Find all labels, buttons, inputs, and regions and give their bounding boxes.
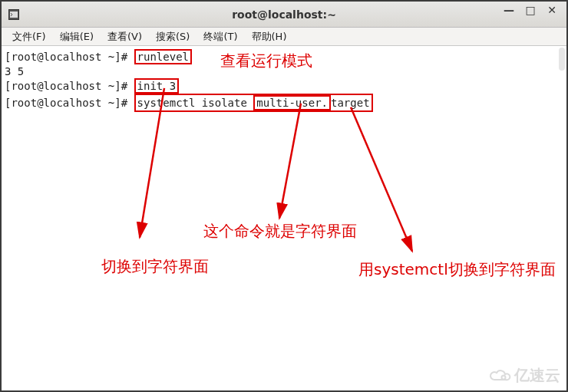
svg-line-4 — [351, 107, 412, 252]
close-button[interactable]: ✕ — [547, 5, 557, 15]
menu-terminal[interactable]: 终端(T) — [197, 28, 243, 45]
terminal-area[interactable]: [root@localhost ~]# runlevel 3 5 [root@l… — [2, 46, 566, 390]
prompt: [root@localhost ~]# — [5, 51, 134, 63]
watermark-text: 亿速云 — [514, 365, 560, 386]
menu-edit[interactable]: 编辑(E) — [54, 28, 100, 45]
annot-systemctl-switch: 用systemctl切换到字符界面 — [358, 262, 556, 276]
annot-char-ui-cmd: 这个命令就是字符界面 — [203, 224, 357, 238]
cmd-runlevel: runlevel — [134, 49, 192, 64]
minimize-button[interactable]: — — [504, 5, 514, 15]
svg-point-5 — [502, 375, 506, 379]
terminal-line: [root@localhost ~]# runlevel — [5, 49, 563, 64]
cmd-init3: init 3 — [134, 78, 180, 94]
watermark: 亿速云 — [488, 365, 560, 386]
terminal-line: [root@localhost ~]# systemctl isolate mu… — [5, 94, 563, 112]
svg-line-3 — [279, 104, 301, 219]
terminal-icon — [8, 8, 20, 21]
menu-help[interactable]: 帮助(H) — [246, 28, 293, 45]
output-runlevel: 3 5 — [5, 65, 24, 77]
annot-switch-char: 切换到字符界面 — [101, 259, 209, 273]
window-title: root@localhost:~ — [2, 8, 566, 21]
cloud-icon — [488, 368, 511, 384]
scrollbar[interactable] — [559, 48, 565, 71]
menu-view[interactable]: 查看(V) — [101, 28, 148, 45]
cmd-multi-user-highlight: multi-user. — [253, 95, 331, 110]
menu-file[interactable]: 文件(F) — [6, 28, 52, 45]
svg-rect-1 — [10, 12, 18, 18]
titlebar[interactable]: root@localhost:~ — □ ✕ — [2, 2, 566, 28]
prompt: [root@localhost ~]# — [5, 97, 134, 109]
cmd-part-a: systemctl isolate — [137, 97, 254, 109]
window-buttons: — □ ✕ — [504, 5, 563, 15]
terminal-line: [root@localhost ~]# init 3 — [5, 78, 563, 94]
terminal-line: 3 5 — [5, 64, 563, 78]
maximize-button[interactable]: □ — [525, 5, 536, 15]
cmd-part-c: target — [331, 97, 370, 109]
prompt: [root@localhost ~]# — [5, 80, 134, 92]
window-frame: root@localhost:~ — □ ✕ 文件(F) 编辑(E) 查看(V)… — [0, 0, 568, 392]
menubar: 文件(F) 编辑(E) 查看(V) 搜索(S) 终端(T) 帮助(H) — [2, 28, 566, 46]
menu-search[interactable]: 搜索(S) — [150, 28, 196, 45]
cmd-systemctl: systemctl isolate multi-user.target — [134, 94, 373, 112]
